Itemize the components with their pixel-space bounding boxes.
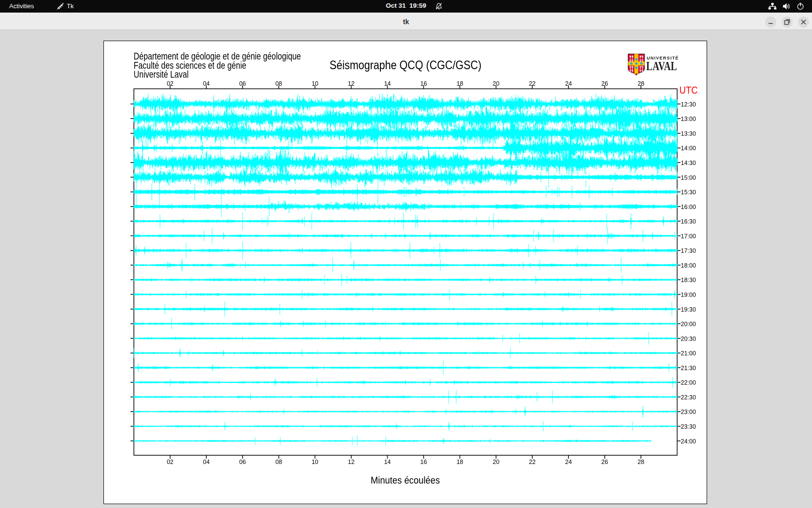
svg-text:LAVAL: LAVAL [646,60,677,73]
